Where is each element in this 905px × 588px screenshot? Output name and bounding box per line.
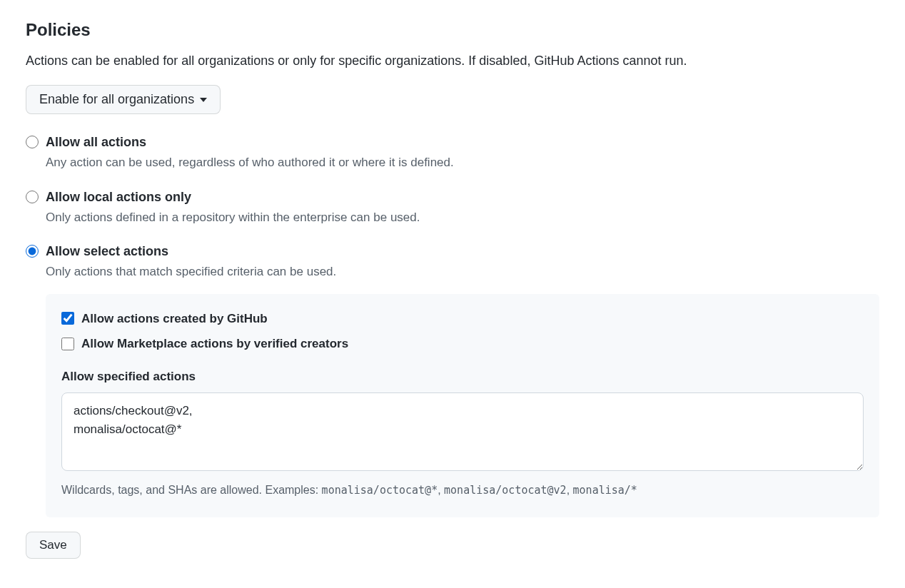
hint-sep-2: , xyxy=(567,484,573,496)
allow-github-actions-row: Allow actions created by GitHub xyxy=(61,310,864,328)
actions-policy-radio-group: Allow all actions Any action can be used… xyxy=(26,133,879,281)
allow-local-radio[interactable] xyxy=(26,191,39,203)
allow-all-desc: Any action can be used, regardless of wh… xyxy=(46,156,454,169)
allow-marketplace-checkbox[interactable] xyxy=(61,338,74,350)
enable-scope-dropdown[interactable]: Enable for all organizations xyxy=(26,85,221,114)
allow-all-label: Allow all actions xyxy=(46,133,879,152)
allow-all-radio[interactable] xyxy=(26,136,39,148)
policies-description: Actions can be enabled for all organizat… xyxy=(26,51,879,71)
hint-sep-1: , xyxy=(438,484,444,496)
caret-down-icon xyxy=(200,98,207,102)
hint-example-1: monalisa/octocat@* xyxy=(322,484,438,497)
allow-select-option: Allow select actions Only actions that m… xyxy=(26,242,879,281)
allow-select-radio[interactable] xyxy=(26,245,39,258)
specified-actions-label: Allow specified actions xyxy=(61,368,864,386)
allow-local-desc: Only actions defined in a repository wit… xyxy=(46,211,420,224)
specified-actions-textarea[interactable] xyxy=(61,392,864,471)
specified-actions-hint: Wildcards, tags, and SHAs are allowed. E… xyxy=(61,482,864,499)
allow-github-actions-label: Allow actions created by GitHub xyxy=(81,310,268,328)
allow-marketplace-label: Allow Marketplace actions by verified cr… xyxy=(81,335,348,353)
hint-prefix: Wildcards, tags, and SHAs are allowed. E… xyxy=(61,484,322,496)
allow-github-actions-checkbox[interactable] xyxy=(61,312,74,325)
save-button[interactable]: Save xyxy=(26,532,81,559)
page-title: Policies xyxy=(26,17,879,43)
dropdown-label: Enable for all organizations xyxy=(39,92,194,107)
hint-example-3: monalisa/* xyxy=(573,484,637,497)
allow-select-label: Allow select actions xyxy=(46,242,879,261)
allow-all-option: Allow all actions Any action can be used… xyxy=(26,133,879,172)
allow-local-option: Allow local actions only Only actions de… xyxy=(26,188,879,227)
allow-marketplace-row: Allow Marketplace actions by verified cr… xyxy=(61,335,864,353)
allow-select-desc: Only actions that match specified criter… xyxy=(46,265,336,278)
allow-local-label: Allow local actions only xyxy=(46,188,879,207)
hint-example-2: monalisa/octocat@v2 xyxy=(444,484,567,497)
select-actions-panel: Allow actions created by GitHub Allow Ma… xyxy=(46,294,879,518)
